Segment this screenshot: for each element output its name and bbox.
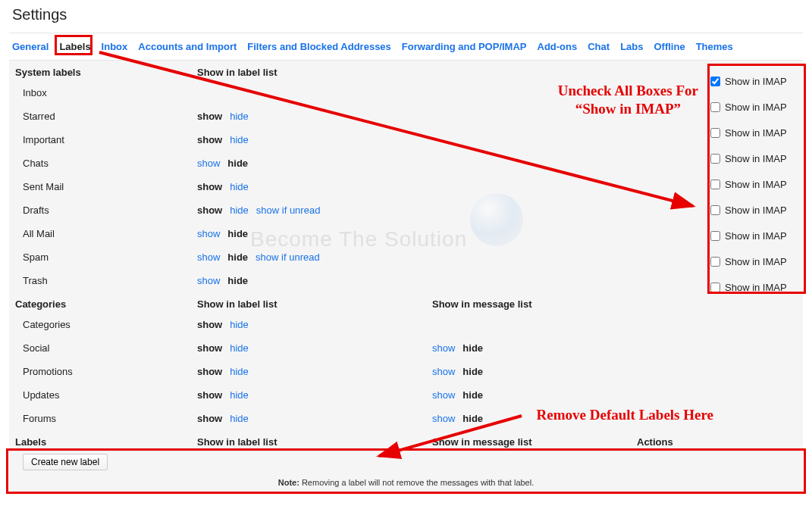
system-label-row: Importantshowhide (12, 128, 800, 151)
syslabel-6-labellist-hide: hide (227, 228, 248, 239)
tab-themes[interactable]: Themes (696, 41, 733, 52)
section-header-categories: Categories Show in label list Show in me… (12, 292, 800, 313)
category-name: Forums (15, 413, 197, 424)
cat-1-msglist-show[interactable]: show (432, 342, 455, 354)
cat-4-msglist-show[interactable]: show (432, 413, 455, 424)
tab-filters[interactable]: Filters and Blocked Addresses (247, 41, 391, 52)
tab-labs[interactable]: Labs (620, 41, 643, 52)
syslabel-1-labellist-show: show (197, 111, 222, 122)
col-header-system-labels: System labels (15, 67, 197, 78)
annotation-remove-text: Remove Default Labels Here (537, 406, 713, 424)
system-label-row: Spamshowhideshow if unread (12, 245, 800, 269)
system-label-name: Inbox (15, 87, 197, 98)
category-labellist-cell: showhide (197, 413, 432, 424)
settings-content: System labels Show in label list InboxSt… (9, 61, 803, 493)
cat-1-msglist-hide: hide (462, 342, 483, 354)
cat-3-labellist-hide[interactable]: hide (230, 389, 249, 401)
category-name: Categories (15, 319, 197, 330)
tab-inbox[interactable]: Inbox (102, 41, 128, 52)
tab-chat[interactable]: Chat (588, 41, 610, 52)
tab-offline[interactable]: Offline (654, 41, 685, 52)
tab-addons[interactable]: Add-ons (538, 41, 578, 52)
category-msglist-cell: showhide (432, 389, 637, 401)
annotation-box-imap (707, 64, 806, 294)
category-row: Socialshowhideshowhide (12, 336, 800, 360)
section-header-system-labels: System labels Show in label list (12, 61, 800, 81)
syslabel-6-labellist-show[interactable]: show (197, 228, 220, 239)
cat-2-msglist-show[interactable]: show (432, 366, 455, 377)
system-label-labellist-cell: showhideshow if unread (197, 251, 432, 263)
system-label-labellist-cell: showhide (197, 275, 432, 286)
system-label-name: Sent Mail (15, 181, 197, 192)
system-label-row: Sent Mailshowhide (12, 175, 800, 198)
note-prefix: Note: (278, 478, 299, 487)
col-header-labels: Labels (15, 436, 197, 448)
category-labellist-cell: showhide (197, 366, 432, 377)
annotation-uncheck-text: Uncheck All Boxes For “Show in IMAP” (558, 82, 698, 118)
syslabel-3-labellist-show[interactable]: show (197, 158, 220, 169)
col-header-show-msg-list-2: Show in message list (432, 436, 637, 448)
cat-4-labellist-hide[interactable]: hide (230, 413, 249, 424)
system-label-row: Draftsshowhideshow if unread (12, 198, 800, 222)
syslabel-5-labellist-hide[interactable]: hide (230, 205, 249, 216)
system-label-name: Spam (15, 251, 197, 263)
system-label-labellist-cell: showhide (197, 111, 432, 122)
create-new-label-button[interactable]: Create new label (23, 454, 108, 470)
category-msglist-cell: showhide (432, 366, 637, 377)
cat-3-msglist-hide: hide (462, 389, 483, 401)
category-row: Promotionsshowhideshowhide (12, 360, 800, 383)
system-label-row: All Mailshowhide (12, 222, 800, 245)
category-labellist-cell: showhide (197, 389, 432, 401)
syslabel-3-labellist-hide: hide (227, 158, 248, 169)
category-labellist-cell: showhide (197, 319, 432, 330)
cat-1-labellist-hide[interactable]: hide (230, 342, 249, 354)
syslabel-1-labellist-hide[interactable]: hide (230, 111, 249, 122)
settings-tabs: GeneralLabelsInboxAccounts and ImportFil… (9, 33, 803, 61)
syslabel-4-labellist-hide[interactable]: hide (230, 181, 249, 192)
syslabel-8-labellist-hide: hide (227, 275, 248, 286)
syslabel-4-labellist-show: show (197, 181, 222, 192)
cat-3-msglist-show[interactable]: show (432, 389, 455, 401)
cat-1-labellist-show: show (197, 342, 222, 354)
category-name: Social (15, 342, 197, 354)
category-labellist-cell: showhide (197, 342, 432, 354)
system-label-name: Trash (15, 275, 197, 286)
labels-note: Note: Removing a label will not remove t… (12, 473, 800, 487)
col-header-show-label-list-2: Show in label list (197, 298, 432, 310)
page-title: Settings (12, 6, 803, 23)
cat-4-labellist-show: show (197, 413, 222, 424)
system-label-labellist-cell: showhide (197, 158, 432, 169)
settings-page: Settings GeneralLabelsInboxAccounts and … (0, 0, 812, 509)
category-name: Promotions (15, 366, 197, 377)
category-name: Updates (15, 389, 197, 401)
tab-general[interactable]: General (12, 41, 49, 52)
tab-accounts[interactable]: Accounts and Import (138, 41, 237, 52)
system-label-name: Chats (15, 158, 197, 169)
labels-create-row: Create new label (12, 451, 800, 473)
system-label-row: Trashshowhide (12, 269, 800, 292)
col-header-show-label-list-3: Show in label list (197, 436, 432, 448)
syslabel-5-labellist-show: show (197, 205, 222, 216)
category-row: Updatesshowhideshowhide (12, 383, 800, 407)
tab-forwarding[interactable]: Forwarding and POP/IMAP (402, 41, 527, 52)
col-header-actions: Actions (637, 436, 797, 448)
cat-2-labellist-hide[interactable]: hide (230, 366, 249, 377)
syslabel-5-labellist-show-if-unread[interactable]: show if unread (256, 205, 321, 216)
system-label-name: Starred (15, 111, 197, 122)
syslabel-7-labellist-show-if-unread[interactable]: show if unread (256, 251, 320, 263)
cat-3-labellist-show: show (197, 389, 222, 401)
col-header-show-label-list: Show in label list (197, 67, 432, 78)
syslabel-7-labellist-show[interactable]: show (197, 251, 220, 263)
cat-2-labellist-show: show (197, 366, 222, 377)
cat-0-labellist-hide[interactable]: hide (230, 319, 249, 330)
category-row: Categoriesshowhide (12, 313, 800, 336)
syslabel-2-labellist-show: show (197, 134, 222, 145)
system-label-name: All Mail (15, 228, 197, 239)
system-label-name: Important (15, 134, 197, 145)
syslabel-8-labellist-show[interactable]: show (197, 275, 220, 286)
system-label-labellist-cell: showhideshow if unread (197, 205, 432, 216)
system-label-labellist-cell: showhide (197, 181, 432, 192)
syslabel-2-labellist-hide[interactable]: hide (230, 134, 249, 145)
system-label-labellist-cell: showhide (197, 134, 432, 145)
system-label-row: Chatsshowhide (12, 151, 800, 175)
